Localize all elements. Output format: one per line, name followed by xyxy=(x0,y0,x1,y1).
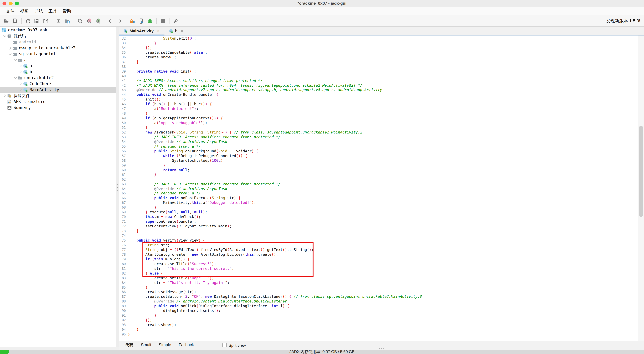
code-line: @Override // android.os.AsyncTask xyxy=(128,186,638,191)
code-line: } xyxy=(128,125,638,130)
close-tab-icon[interactable]: ✕ xyxy=(180,29,184,33)
editor-tab-b[interactable]: cb✕ xyxy=(164,27,188,35)
code-line: System.exit(0); xyxy=(128,36,638,41)
tree-item--[interactable]: 源代码 xyxy=(0,33,116,39)
collapse-icon[interactable] xyxy=(8,51,12,56)
add-files-icon[interactable] xyxy=(11,17,19,25)
expander-spacer xyxy=(2,99,7,104)
code-mode-tab-fallback[interactable]: Fallback xyxy=(175,343,198,348)
menu-item[interactable]: 帮助 xyxy=(60,7,74,15)
deobfuscation-icon[interactable] xyxy=(128,17,136,25)
nav-back-icon[interactable] xyxy=(106,17,115,25)
tree-item-sg-vantagepoint[interactable]: sg.vantagepoint xyxy=(0,51,116,57)
open-file-icon[interactable] xyxy=(2,17,10,25)
log-viewer-icon[interactable] xyxy=(159,17,167,25)
expand-icon[interactable] xyxy=(18,87,23,92)
tree-item-label: CodeCheck xyxy=(30,81,52,86)
tree-item-mainactivity[interactable]: cMainActivity xyxy=(0,87,116,93)
line-number: 74 xyxy=(119,233,126,238)
line-number: 76 xyxy=(119,243,126,247)
search-text-icon[interactable] xyxy=(85,17,93,25)
sync-with-editor-icon[interactable] xyxy=(63,17,72,25)
tree-item-label: Summary xyxy=(14,105,31,110)
update-available-link[interactable]: 发现新版本 1.5.0! xyxy=(606,18,640,24)
code-line: new AsyncTask<Void, String, String>() { … xyxy=(128,130,638,135)
split-view-checkbox[interactable] xyxy=(222,343,226,348)
menu-item[interactable]: 视图 xyxy=(17,7,32,15)
splitter-handle-icon[interactable] xyxy=(117,184,118,191)
code-line: this.m = new CodeCheck(); xyxy=(128,214,638,219)
close-tab-icon[interactable]: ✕ xyxy=(157,29,160,33)
code-mode-tab-代码[interactable]: 代码 xyxy=(122,343,137,348)
nav-forward-icon[interactable] xyxy=(116,17,124,25)
flatten-packages-icon[interactable] xyxy=(54,17,62,25)
tree-item-owasp-mstg-uncrackable2[interactable]: owasp.mstg.uncrackable2 xyxy=(0,45,116,51)
tree-item-android[interactable]: android xyxy=(0,39,116,45)
vertical-scrollbar-thumb[interactable] xyxy=(639,126,643,217)
code-line: super.onCreate(bundle); xyxy=(128,219,638,224)
code-line: }); xyxy=(128,318,638,323)
export-icon[interactable] xyxy=(42,17,50,25)
code-line: } xyxy=(128,60,638,64)
code-line xyxy=(128,177,638,182)
line-number: 55 xyxy=(119,144,126,149)
class-icon: c xyxy=(169,29,173,33)
class-icon: c xyxy=(23,81,28,86)
tab-label: b xyxy=(175,28,177,33)
preferences-icon[interactable] xyxy=(172,17,180,25)
line-number: 44 xyxy=(119,93,126,97)
menu-item[interactable]: 导航 xyxy=(32,7,46,15)
expand-icon[interactable] xyxy=(18,63,23,68)
apk-icon xyxy=(1,27,6,32)
line-number: 59 xyxy=(119,163,126,168)
collapse-icon[interactable] xyxy=(13,75,18,80)
tree-item-a[interactable]: a xyxy=(0,57,116,63)
code-viewer: 3233343536373839404142434445464748495051… xyxy=(119,35,644,346)
code-mode-tab-smali[interactable]: Smali xyxy=(137,343,155,348)
search-comment-icon[interactable] xyxy=(94,17,102,25)
expand-icon[interactable] xyxy=(18,69,23,74)
code-line: SystemClock.sleep(100L); xyxy=(128,158,638,163)
collapse-icon[interactable] xyxy=(2,34,7,38)
class-icon: c xyxy=(23,63,28,68)
tree-item-summary[interactable]: Summary xyxy=(0,105,116,111)
line-number: 88 xyxy=(119,299,126,304)
tree-item--[interactable]: 资源文件 xyxy=(0,93,116,99)
tree-item-uncrackable2[interactable]: uncrackable2 xyxy=(0,75,116,81)
code-line: private native void init(); xyxy=(128,69,638,74)
save-all-icon[interactable] xyxy=(33,17,41,25)
class-icon: c xyxy=(123,29,128,33)
collapse-icon[interactable] xyxy=(13,57,18,62)
tree-item-a[interactable]: ca xyxy=(0,63,116,69)
menu-item[interactable]: 文件 xyxy=(3,7,17,15)
code-mode-tab-simple[interactable]: Simple xyxy=(155,343,175,348)
line-number: 36 xyxy=(119,55,126,60)
line-number: 81 xyxy=(119,266,126,271)
line-number: 43 xyxy=(119,88,126,93)
open-device-icon[interactable] xyxy=(137,17,145,25)
line-number: 95 xyxy=(119,332,126,337)
tree-item-b[interactable]: cb xyxy=(0,69,116,75)
line-number: 68 xyxy=(119,205,126,210)
search-icon[interactable] xyxy=(76,17,84,25)
code-line: create.show(); xyxy=(128,323,638,327)
line-number: 71 xyxy=(119,219,126,224)
expand-icon[interactable] xyxy=(18,81,23,86)
code-line: a("App is debuggable!"); xyxy=(128,121,638,125)
line-number: 57 xyxy=(119,154,126,158)
expand-icon[interactable] xyxy=(8,45,12,50)
expand-icon[interactable] xyxy=(2,93,7,98)
code-line: /* JADX WARN: Type inference failed for:… xyxy=(128,83,638,88)
tree-item-apk-signature[interactable]: APK signature xyxy=(0,99,116,105)
panel-splitter[interactable] xyxy=(116,27,119,350)
reload-icon[interactable] xyxy=(24,17,32,25)
menu-item[interactable]: 工具 xyxy=(46,7,60,15)
vertical-scrollbar[interactable] xyxy=(638,35,644,342)
code-lines[interactable]: System.exit(0); } }); create.setCancelab… xyxy=(128,36,638,337)
tree-item-codecheck[interactable]: cCodeCheck xyxy=(0,81,116,87)
code-line: public void verify(View view) { xyxy=(128,238,638,243)
editor-tab-mainactivity[interactable]: cMainActivity✕ xyxy=(119,27,164,35)
bottom-splitter-handle-icon[interactable] xyxy=(379,348,384,349)
debugger-icon[interactable] xyxy=(146,17,154,25)
tree-item-crackme_0x07-apk[interactable]: crackme_0x07.apk xyxy=(0,27,116,33)
